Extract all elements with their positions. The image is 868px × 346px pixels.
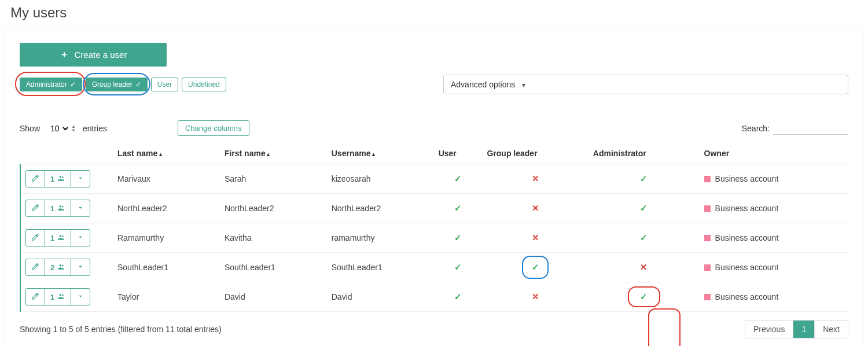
group-count-button[interactable]: 1 xyxy=(45,200,71,216)
table-row: 1RamamurthyKavitharamamurthy✓✕✓Business … xyxy=(20,223,848,253)
cell-status: ✓ xyxy=(589,194,700,223)
search-input[interactable] xyxy=(773,122,848,135)
row-actions: 2 xyxy=(25,259,90,276)
entries-control: Show 10 ▲▼ entries Change columns xyxy=(20,120,249,136)
group-count: 1 xyxy=(50,175,54,183)
cell-username: David xyxy=(327,282,434,312)
cell-last-name: SouthLeader1 xyxy=(113,253,220,282)
cell-owner: Business account xyxy=(700,194,848,223)
cell-last-name: NorthLeader2 xyxy=(113,194,220,223)
cell-status: ✕ xyxy=(482,194,588,223)
cell-status: ✕ xyxy=(482,164,588,194)
check-icon: ✓ xyxy=(640,233,648,242)
cell-owner: Business account xyxy=(700,223,848,253)
cell-status: ✓ xyxy=(589,164,700,194)
cross-icon: ✕ xyxy=(532,233,539,242)
owner-label: Business account xyxy=(715,233,779,242)
filter-pill-group-leader[interactable]: Group leader✓ xyxy=(86,78,148,91)
check-icon: ✓ xyxy=(454,203,462,213)
cell-username: ramamurthy xyxy=(327,223,434,253)
col-last-name[interactable]: Last name xyxy=(113,143,220,164)
row-actions: 1 xyxy=(25,170,90,187)
col-owner[interactable]: Owner xyxy=(700,143,848,164)
show-label: Show xyxy=(20,124,40,133)
advanced-options-select[interactable]: Advanced options xyxy=(443,75,848,94)
group-count: 1 xyxy=(50,204,54,213)
edit-button[interactable] xyxy=(26,259,45,275)
owner-color-icon xyxy=(704,205,711,212)
caret-down-icon xyxy=(76,233,84,243)
footer-info: Showing 1 to 5 of 5 entries (filtered fr… xyxy=(20,325,222,334)
cell-owner: Business account xyxy=(700,164,848,194)
filter-pill-user[interactable]: User xyxy=(151,78,178,91)
svg-point-2 xyxy=(60,205,62,207)
pencil-icon xyxy=(31,263,39,273)
more-button[interactable] xyxy=(71,171,90,187)
change-columns-button[interactable]: Change columns xyxy=(178,120,249,136)
caret-down-icon xyxy=(76,263,84,273)
pager-page-1[interactable]: 1 xyxy=(793,321,814,338)
caret-down-icon xyxy=(76,204,84,214)
owner-color-icon xyxy=(704,264,711,271)
pager-previous[interactable]: Previous xyxy=(745,321,793,338)
col-user[interactable]: User xyxy=(434,143,483,164)
svg-point-6 xyxy=(60,264,62,266)
svg-point-1 xyxy=(62,176,64,178)
group-icon xyxy=(57,233,65,243)
more-button[interactable] xyxy=(71,259,90,275)
cell-last-name: Taylor xyxy=(113,282,220,312)
cell-first-name: NorthLeader2 xyxy=(220,194,327,223)
pencil-icon xyxy=(31,204,39,214)
group-count-button[interactable]: 1 xyxy=(45,289,71,305)
group-count-button[interactable]: 1 xyxy=(45,230,71,246)
create-user-button[interactable]: ＋ Create a user xyxy=(20,43,167,67)
filter-pill-undefined[interactable]: Undefined xyxy=(182,78,226,91)
svg-point-4 xyxy=(60,234,62,237)
edit-button[interactable] xyxy=(26,230,45,246)
owner-label: Business account xyxy=(715,292,779,301)
group-count-button[interactable]: 1 xyxy=(45,171,71,187)
svg-point-7 xyxy=(62,264,64,266)
owner-color-icon xyxy=(704,294,711,300)
filter-pill-administrator[interactable]: Administrator✓ xyxy=(20,78,82,91)
edit-button[interactable] xyxy=(26,289,45,305)
col-username[interactable]: Username xyxy=(327,143,434,164)
group-count-button[interactable]: 2 xyxy=(45,259,71,275)
table-footer: Showing 1 to 5 of 5 entries (filtered fr… xyxy=(20,320,848,338)
filter-pill-label: User xyxy=(157,80,172,89)
cross-icon: ✕ xyxy=(532,203,539,213)
pager-next[interactable]: Next xyxy=(814,321,848,338)
cell-username: kizeosarah xyxy=(327,164,434,194)
check-icon: ✓ xyxy=(454,233,462,242)
create-user-label: Create a user xyxy=(75,50,127,60)
svg-point-3 xyxy=(62,205,64,207)
cell-status: ✕ xyxy=(482,223,588,253)
col-first-name[interactable]: First name xyxy=(220,143,327,164)
cell-owner: Business account xyxy=(700,282,848,312)
cell-status: ✓ xyxy=(434,194,483,223)
check-icon: ✓ xyxy=(640,174,648,183)
col-group-leader[interactable]: Group leader xyxy=(482,143,588,164)
cell-status: ✓ xyxy=(589,282,700,312)
search-label: Search: xyxy=(742,124,770,133)
pager: Previous 1 Next xyxy=(745,320,848,338)
col-actions xyxy=(20,143,113,164)
edit-button[interactable] xyxy=(26,171,45,187)
pencil-icon xyxy=(31,292,39,302)
cell-status: ✓ xyxy=(589,223,700,253)
edit-button[interactable] xyxy=(26,200,45,216)
more-button[interactable] xyxy=(71,289,90,305)
page-title: My users xyxy=(0,0,868,28)
entries-select[interactable]: 10 xyxy=(47,123,70,134)
table-row: 2SouthLeader1SouthLeader1SouthLeader1✓✓✕… xyxy=(20,253,848,282)
col-administrator[interactable]: Administrator xyxy=(589,143,700,164)
svg-point-0 xyxy=(60,175,62,178)
group-icon xyxy=(57,204,65,214)
chevron-down-icon xyxy=(520,80,525,89)
more-button[interactable] xyxy=(71,200,90,216)
more-button[interactable] xyxy=(71,230,90,246)
owner-label: Business account xyxy=(715,204,779,213)
cell-status: ✓ xyxy=(482,253,588,282)
check-icon: ✓ xyxy=(135,80,141,89)
check-icon: ✓ xyxy=(454,262,462,272)
